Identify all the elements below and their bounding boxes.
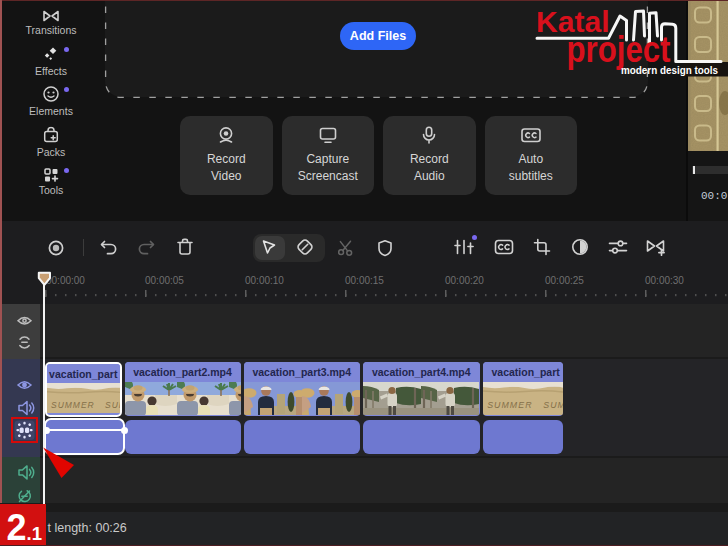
svg-text:modern design tools: modern design tools	[621, 65, 718, 76]
svg-text:project: project	[567, 29, 671, 70]
